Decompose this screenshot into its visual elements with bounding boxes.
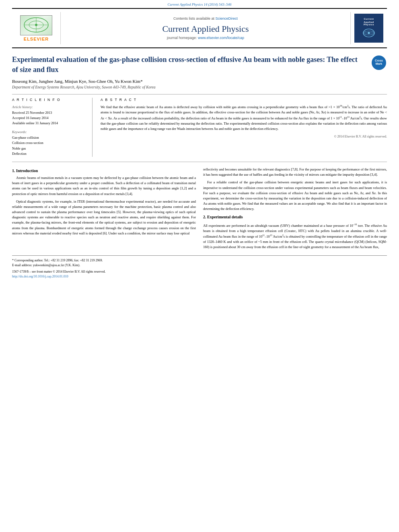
article-info-title: A R T I C L E I N F O (12, 98, 87, 102)
history-label: Article history: (12, 105, 87, 109)
science-direct-link[interactable]: ScienceDirect (216, 16, 238, 21)
abstract-col: A B S T R A C T We find that the effusiv… (101, 98, 387, 157)
abstract-title: A B S T R A C T (101, 98, 387, 102)
para-3: reflectivity and becomes unsuitable for … (203, 167, 387, 177)
available-date: Available online 31 January 2014 (12, 121, 87, 126)
article-title: Experimental evaluation of the gas-phase… (12, 55, 371, 75)
body-text-left: Atomic beams of transition metals in a v… (12, 175, 196, 236)
body-columns: 1. Introduction Atomic beams of transiti… (12, 167, 387, 252)
section-divider (12, 162, 387, 162)
journal-header: ELSEVIER Contents lists available at Sci… (12, 8, 387, 48)
accepted-date: Accepted 16 January 2014 (12, 115, 87, 121)
svg-text:Cross: Cross (375, 59, 383, 62)
para-5: All experiments are performed in an ultr… (203, 223, 387, 250)
journal-citation-text: Current Applied Physics 14 (2014) 543–54… (167, 2, 231, 6)
keyword-2: Collision cross-section (12, 140, 87, 146)
elsevier-logo-section: ELSEVIER (12, 12, 60, 44)
article-authors: Boseong Kim, Junghee Jang, Minjun Kye, S… (12, 79, 387, 84)
para-4: For a reliable control of the gas-phase … (203, 180, 387, 212)
page-wrapper: Current Applied Physics 14 (2014) 543–54… (0, 0, 399, 532)
footer-notes: * Corresponding author. Tel.: +82 31 219… (12, 255, 387, 279)
elsevier-graphic (20, 15, 52, 35)
footer-doi: http://dx.doi.org/10.1016/j.cap.2014.01.… (12, 274, 387, 279)
body-text-right: reflectivity and becomes unsuitable for … (203, 167, 387, 250)
keywords-label: Keywords: (12, 130, 87, 134)
footer-note-2: E-mail address: yukwonkim@ajou.ac.kr (Y.… (12, 263, 387, 268)
keyword-3: Noble gas (12, 146, 87, 152)
para-1: Atomic beams of transition metals in a v… (12, 175, 196, 197)
abstract-text: We find that the effusive atomic beam of… (101, 104, 387, 131)
article-content: Experimental evaluation of the gas-phase… (12, 48, 387, 157)
article-title-section: Experimental evaluation of the gas-phase… (12, 55, 387, 75)
footer-note-3: 1567-1739/$ – see front matter © 2014 El… (12, 269, 387, 274)
elsevier-text: ELSEVIER (24, 37, 49, 41)
elsevier-logo: ELSEVIER (20, 15, 52, 41)
para-2: Optical diagnostic systems, for example,… (12, 199, 196, 236)
svg-text:Mark: Mark (376, 62, 382, 65)
journal-homepage-link[interactable]: www.elsevier.com/locate/cap (198, 36, 244, 40)
received-date: Received 25 November 2013 (12, 110, 87, 115)
crossmark-icon: Cross Mark (372, 55, 386, 70)
svg-point-4 (35, 24, 37, 26)
journal-homepage: journal homepage: www.elsevier.com/locat… (167, 36, 244, 40)
info-abstract-row: A R T I C L E I N F O Article history: R… (12, 94, 387, 157)
science-direct-line: Contents lists available at ScienceDirec… (173, 16, 238, 21)
article-affiliation: Department of Energy Systems Research, A… (12, 85, 387, 89)
crossmark-badge[interactable]: Cross Mark (371, 55, 387, 71)
journal-logo-right: Current Applied Physics (351, 12, 387, 44)
section1-heading: 1. Introduction (12, 168, 196, 173)
keyword-1: Gas-phase collision (12, 135, 87, 141)
journal-main-title: Current Applied Physics (162, 24, 249, 34)
article-info-col: A R T I C L E I N F O Article history: R… (12, 98, 93, 157)
journal-logo-box: Current Applied Physics (354, 14, 383, 43)
keyword-4: Deflection (12, 151, 87, 157)
body-left-col: 1. Introduction Atomic beams of transiti… (12, 167, 196, 252)
body-right-col: reflectivity and becomes unsuitable for … (203, 167, 387, 252)
journal-title-section: Contents lists available at ScienceDirec… (60, 12, 351, 44)
doi-link[interactable]: http://dx.doi.org/10.1016/j.cap.2014.01.… (12, 275, 68, 278)
svg-point-9 (368, 32, 370, 34)
journal-citation-bar: Current Applied Physics 14 (2014) 543–54… (0, 0, 399, 8)
section2-heading: 2. Experimental details (203, 214, 387, 220)
keyword-list: Gas-phase collision Collision cross-sect… (12, 135, 87, 157)
abstract-copyright: © 2014 Elsevier B.V. All rights reserved… (101, 135, 387, 138)
footer-note-1: * Corresponding author. Tel.: +82 31 219… (12, 258, 387, 263)
